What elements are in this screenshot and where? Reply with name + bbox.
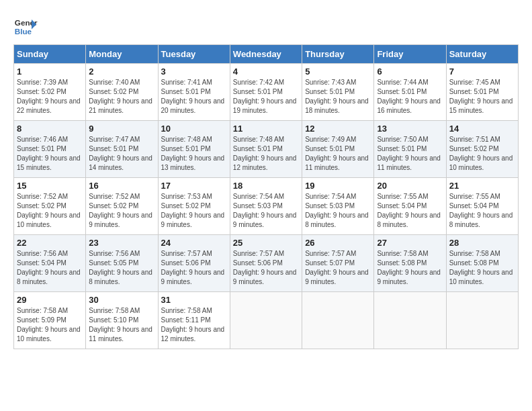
weekday-header-tuesday: Tuesday: [158, 45, 230, 64]
calendar-cell: 27 Sunrise: 7:58 AM Sunset: 5:08 PM Dayl…: [374, 235, 446, 292]
day-info: Sunrise: 7:57 AM Sunset: 5:07 PM Dayligh…: [305, 249, 371, 287]
calendar-week-row: 8 Sunrise: 7:46 AM Sunset: 5:01 PM Dayli…: [14, 121, 519, 178]
calendar-cell: 4 Sunrise: 7:42 AM Sunset: 5:01 PM Dayli…: [230, 64, 302, 121]
calendar-cell: 21 Sunrise: 7:55 AM Sunset: 5:04 PM Dayl…: [446, 178, 518, 235]
calendar-cell: [302, 292, 374, 349]
calendar-cell: 26 Sunrise: 7:57 AM Sunset: 5:07 PM Dayl…: [302, 235, 374, 292]
day-number: 23: [89, 238, 154, 248]
calendar-cell: 6 Sunrise: 7:44 AM Sunset: 5:01 PM Dayli…: [374, 64, 446, 121]
day-number: 17: [161, 181, 227, 191]
day-info: Sunrise: 7:46 AM Sunset: 5:01 PM Dayligh…: [17, 135, 83, 173]
calendar-cell: [446, 292, 518, 349]
day-info: Sunrise: 7:45 AM Sunset: 5:01 PM Dayligh…: [449, 78, 515, 116]
day-number: 14: [449, 124, 515, 134]
day-info: Sunrise: 7:49 AM Sunset: 5:01 PM Dayligh…: [305, 135, 371, 173]
day-number: 30: [89, 295, 154, 305]
day-number: 15: [17, 181, 83, 191]
day-number: 20: [377, 181, 443, 191]
day-number: 3: [161, 66, 227, 77]
calendar-cell: 14 Sunrise: 7:51 AM Sunset: 5:02 PM Dayl…: [446, 121, 518, 178]
calendar-cell: 2 Sunrise: 7:40 AM Sunset: 5:02 PM Dayli…: [86, 64, 158, 121]
calendar-cell: 19 Sunrise: 7:54 AM Sunset: 5:03 PM Dayl…: [302, 178, 374, 235]
day-info: Sunrise: 7:58 AM Sunset: 5:08 PM Dayligh…: [449, 249, 515, 287]
day-number: 10: [161, 124, 227, 134]
day-number: 27: [377, 238, 443, 248]
calendar-cell: 13 Sunrise: 7:50 AM Sunset: 5:01 PM Dayl…: [374, 121, 446, 178]
calendar-cell: 12 Sunrise: 7:49 AM Sunset: 5:01 PM Dayl…: [302, 121, 374, 178]
day-number: 6: [377, 66, 443, 77]
calendar-cell: 7 Sunrise: 7:45 AM Sunset: 5:01 PM Dayli…: [446, 64, 518, 121]
calendar-cell: 18 Sunrise: 7:54 AM Sunset: 5:03 PM Dayl…: [230, 178, 302, 235]
day-info: Sunrise: 7:57 AM Sunset: 5:06 PM Dayligh…: [161, 249, 227, 287]
calendar-cell: 16 Sunrise: 7:52 AM Sunset: 5:02 PM Dayl…: [86, 178, 158, 235]
day-info: Sunrise: 7:54 AM Sunset: 5:03 PM Dayligh…: [305, 192, 371, 230]
calendar-cell: 9 Sunrise: 7:47 AM Sunset: 5:01 PM Dayli…: [86, 121, 158, 178]
weekday-header-sunday: Sunday: [14, 45, 86, 64]
calendar-cell: 5 Sunrise: 7:43 AM Sunset: 5:01 PM Dayli…: [302, 64, 374, 121]
day-info: Sunrise: 7:48 AM Sunset: 5:01 PM Dayligh…: [161, 135, 227, 173]
day-number: 7: [449, 66, 515, 77]
page-header: General Blue: [13, 13, 519, 38]
day-info: Sunrise: 7:57 AM Sunset: 5:06 PM Dayligh…: [233, 249, 299, 287]
calendar-cell: [374, 292, 446, 349]
day-number: 12: [305, 124, 371, 134]
calendar-cell: 8 Sunrise: 7:46 AM Sunset: 5:01 PM Dayli…: [14, 121, 86, 178]
calendar-cell: [230, 292, 302, 349]
calendar-cell: 28 Sunrise: 7:58 AM Sunset: 5:08 PM Dayl…: [446, 235, 518, 292]
day-number: 26: [305, 238, 371, 248]
day-info: Sunrise: 7:53 AM Sunset: 5:02 PM Dayligh…: [161, 192, 227, 230]
logo: General Blue: [13, 13, 38, 38]
day-info: Sunrise: 7:58 AM Sunset: 5:08 PM Dayligh…: [377, 249, 443, 287]
logo-icon: General Blue: [13, 13, 38, 38]
day-number: 31: [161, 295, 227, 305]
day-number: 22: [17, 238, 83, 248]
day-info: Sunrise: 7:43 AM Sunset: 5:01 PM Dayligh…: [305, 78, 371, 116]
calendar-cell: 29 Sunrise: 7:58 AM Sunset: 5:09 PM Dayl…: [14, 292, 86, 349]
day-number: 16: [89, 181, 154, 191]
weekday-header-wednesday: Wednesday: [230, 45, 302, 64]
weekday-header-saturday: Saturday: [446, 45, 518, 64]
day-number: 2: [89, 66, 154, 77]
calendar-cell: 22 Sunrise: 7:56 AM Sunset: 5:04 PM Dayl…: [14, 235, 86, 292]
day-number: 1: [17, 66, 83, 77]
calendar-cell: 3 Sunrise: 7:41 AM Sunset: 5:01 PM Dayli…: [158, 64, 230, 121]
day-number: 11: [233, 124, 299, 134]
day-number: 29: [17, 295, 83, 305]
calendar-cell: 30 Sunrise: 7:58 AM Sunset: 5:10 PM Dayl…: [86, 292, 158, 349]
day-number: 18: [233, 181, 299, 191]
day-number: 13: [377, 124, 443, 134]
day-info: Sunrise: 7:42 AM Sunset: 5:01 PM Dayligh…: [233, 78, 299, 116]
calendar-cell: 1 Sunrise: 7:39 AM Sunset: 5:02 PM Dayli…: [14, 64, 86, 121]
day-number: 9: [89, 124, 154, 134]
day-number: 5: [305, 66, 371, 77]
day-info: Sunrise: 7:58 AM Sunset: 5:10 PM Dayligh…: [89, 306, 154, 344]
day-number: 4: [233, 66, 299, 77]
day-number: 25: [233, 238, 299, 248]
day-info: Sunrise: 7:54 AM Sunset: 5:03 PM Dayligh…: [233, 192, 299, 230]
day-info: Sunrise: 7:41 AM Sunset: 5:01 PM Dayligh…: [161, 78, 227, 116]
weekday-header-friday: Friday: [374, 45, 446, 64]
day-number: 24: [161, 238, 227, 248]
day-number: 28: [449, 238, 515, 248]
calendar-cell: 17 Sunrise: 7:53 AM Sunset: 5:02 PM Dayl…: [158, 178, 230, 235]
calendar-week-row: 29 Sunrise: 7:58 AM Sunset: 5:09 PM Dayl…: [14, 292, 519, 349]
weekday-header-thursday: Thursday: [302, 45, 374, 64]
day-info: Sunrise: 7:55 AM Sunset: 5:04 PM Dayligh…: [377, 192, 443, 230]
calendar-cell: 20 Sunrise: 7:55 AM Sunset: 5:04 PM Dayl…: [374, 178, 446, 235]
day-info: Sunrise: 7:56 AM Sunset: 5:05 PM Dayligh…: [89, 249, 154, 287]
calendar-week-row: 1 Sunrise: 7:39 AM Sunset: 5:02 PM Dayli…: [14, 64, 519, 121]
day-info: Sunrise: 7:39 AM Sunset: 5:02 PM Dayligh…: [17, 78, 83, 116]
calendar-cell: 15 Sunrise: 7:52 AM Sunset: 5:02 PM Dayl…: [14, 178, 86, 235]
calendar-table: SundayMondayTuesdayWednesdayThursdayFrid…: [13, 44, 519, 349]
day-number: 19: [305, 181, 371, 191]
day-info: Sunrise: 7:52 AM Sunset: 5:02 PM Dayligh…: [17, 192, 83, 230]
calendar-cell: 23 Sunrise: 7:56 AM Sunset: 5:05 PM Dayl…: [86, 235, 158, 292]
day-info: Sunrise: 7:55 AM Sunset: 5:04 PM Dayligh…: [449, 192, 515, 230]
day-info: Sunrise: 7:50 AM Sunset: 5:01 PM Dayligh…: [377, 135, 443, 173]
calendar-cell: 11 Sunrise: 7:48 AM Sunset: 5:01 PM Dayl…: [230, 121, 302, 178]
calendar-cell: 10 Sunrise: 7:48 AM Sunset: 5:01 PM Dayl…: [158, 121, 230, 178]
day-info: Sunrise: 7:51 AM Sunset: 5:02 PM Dayligh…: [449, 135, 515, 173]
calendar-week-row: 22 Sunrise: 7:56 AM Sunset: 5:04 PM Dayl…: [14, 235, 519, 292]
day-info: Sunrise: 7:47 AM Sunset: 5:01 PM Dayligh…: [89, 135, 154, 173]
day-number: 8: [17, 124, 83, 134]
